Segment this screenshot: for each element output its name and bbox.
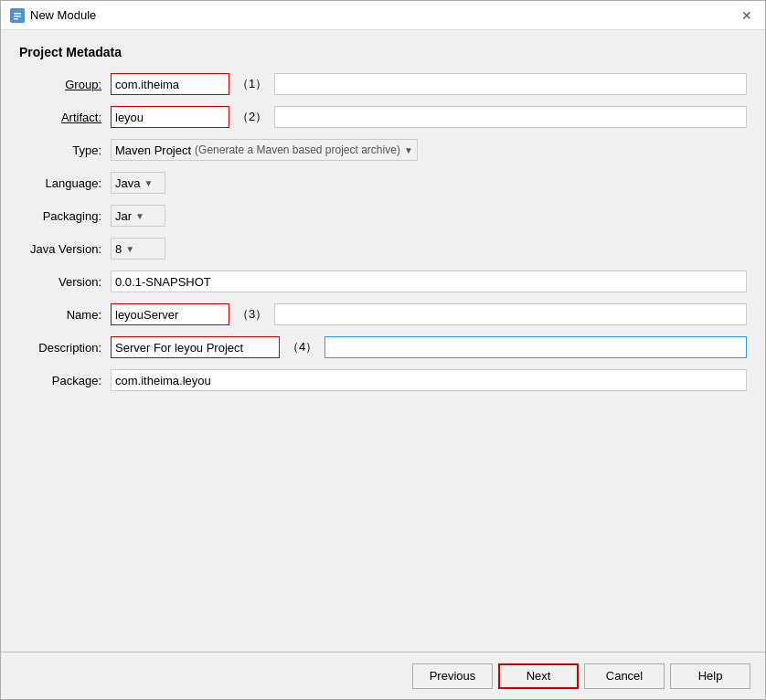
artifact-field: （2） (111, 106, 747, 128)
next-button[interactable]: Next (498, 663, 579, 689)
close-button[interactable]: ✕ (738, 6, 756, 25)
description-row: Description: （4） (19, 335, 747, 359)
group-extra-input[interactable] (274, 73, 747, 95)
title-bar-left: New Module (10, 8, 96, 23)
artifact-row: Artifact: （2） (19, 105, 747, 129)
package-field (111, 369, 747, 391)
java-version-label: Java Version: (19, 242, 111, 256)
section-title: Project Metadata (19, 45, 747, 59)
package-label: Package: (19, 374, 111, 387)
description-input[interactable] (111, 336, 280, 358)
packaging-field: Jar ▼ (111, 205, 747, 227)
name-row: Name: （3） (19, 302, 747, 326)
group-field: （1） (111, 73, 747, 95)
version-row: Version: (19, 270, 747, 293)
package-row: Package: (19, 368, 747, 392)
artifact-label: Artifact: (19, 111, 111, 124)
help-button[interactable]: Help (670, 663, 750, 689)
version-field (111, 270, 747, 292)
group-label: Group: (19, 78, 111, 91)
name-input-container: （3） (111, 303, 747, 325)
dialog-icon (10, 8, 25, 23)
description-annotation: （4） (287, 339, 317, 355)
packaging-label: Packaging: (19, 209, 111, 223)
name-extra-input[interactable] (274, 303, 747, 325)
cancel-button[interactable]: Cancel (584, 663, 665, 689)
group-input[interactable] (111, 73, 229, 95)
packaging-row: Packaging: Jar ▼ (19, 204, 747, 228)
java-version-field: 8 ▼ (111, 238, 747, 260)
language-dropdown[interactable]: Java ▼ (111, 172, 165, 194)
name-input[interactable] (111, 303, 229, 325)
artifact-annotation: （2） (237, 109, 267, 125)
package-input[interactable] (111, 369, 747, 391)
packaging-dropdown[interactable]: Jar ▼ (111, 205, 165, 227)
svg-rect-3 (14, 18, 18, 20)
name-label: Name: (19, 308, 111, 322)
description-field: （4） (111, 336, 747, 358)
dialog-title: New Module (30, 8, 96, 22)
type-label: Type: (19, 143, 111, 157)
java-version-dropdown-arrow: ▼ (125, 244, 134, 254)
svg-rect-2 (14, 16, 21, 17)
description-label: Description: (19, 341, 111, 355)
language-field: Java ▼ (111, 172, 747, 194)
version-label: Version: (19, 275, 111, 289)
description-extra-input[interactable] (324, 336, 747, 358)
name-annotation: （3） (237, 306, 267, 323)
language-row: Language: Java ▼ (19, 171, 747, 195)
group-annotation: （1） (237, 76, 267, 92)
java-version-row: Java Version: 8 ▼ (19, 237, 747, 260)
dialog-content: Project Metadata Group: （1） Artifact: (1, 30, 765, 652)
type-row: Type: Maven Project (Generate a Maven ba… (19, 138, 747, 162)
artifact-input[interactable] (111, 106, 229, 128)
svg-rect-1 (14, 13, 21, 15)
name-field: （3） (111, 303, 747, 325)
type-dropdown-arrow: ▼ (404, 145, 413, 155)
artifact-input-container: （2） (111, 106, 747, 128)
new-module-dialog: New Module ✕ Project Metadata Group: （1）… (0, 0, 766, 700)
type-dropdown[interactable]: Maven Project (Generate a Maven based pr… (111, 139, 418, 161)
java-version-dropdown[interactable]: 8 ▼ (111, 238, 165, 260)
bottom-bar: Previous Next Cancel Help (1, 652, 765, 699)
description-input-container: （4） (111, 336, 747, 358)
group-input-container: （1） (111, 73, 747, 95)
previous-button[interactable]: Previous (412, 663, 493, 689)
packaging-dropdown-arrow: ▼ (135, 211, 144, 221)
group-row: Group: （1） (19, 72, 747, 96)
version-input[interactable] (111, 270, 747, 292)
title-bar: New Module ✕ (1, 1, 765, 30)
type-field: Maven Project (Generate a Maven based pr… (111, 139, 747, 161)
language-label: Language: (19, 176, 111, 190)
artifact-extra-input[interactable] (274, 106, 747, 128)
language-dropdown-arrow: ▼ (144, 178, 153, 188)
